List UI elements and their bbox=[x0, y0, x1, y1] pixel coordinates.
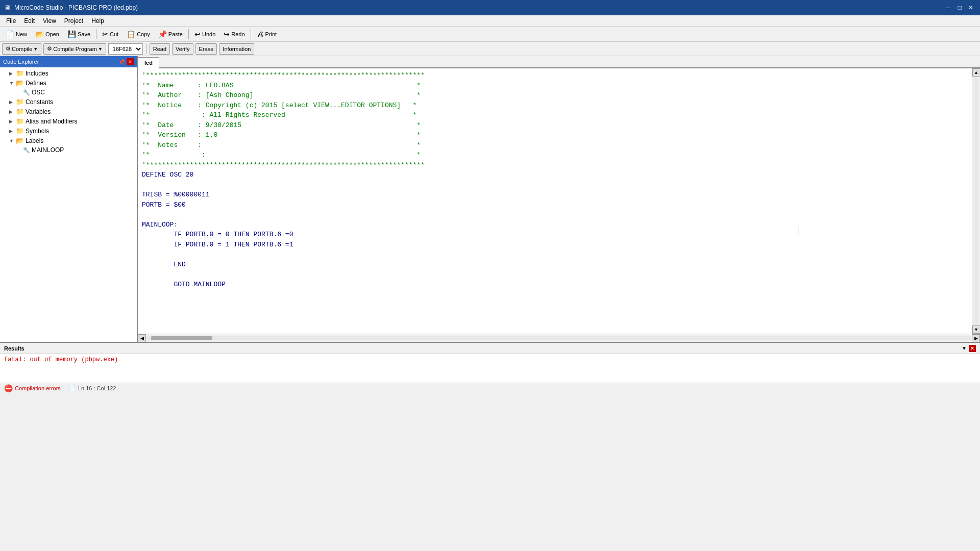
editor-line: '* Name : LED.BAS * bbox=[142, 81, 968, 91]
cut-icon: ✂ bbox=[102, 30, 108, 38]
information-label: Information bbox=[223, 46, 251, 52]
hscroll-track[interactable] bbox=[146, 336, 972, 340]
alias-folder-icon: 📁 bbox=[16, 117, 24, 125]
alias-expand: ▶ bbox=[9, 119, 14, 124]
undo-button[interactable]: ↩ Undo bbox=[191, 28, 219, 40]
print-button[interactable]: 🖨 Print bbox=[253, 28, 281, 40]
editor-line: PORTB = $00 bbox=[142, 200, 968, 210]
tree-item-labels[interactable]: ▼ 📂 Labels bbox=[0, 136, 137, 145]
undo-icon: ↩ bbox=[194, 30, 201, 38]
menu-file[interactable]: File bbox=[2, 15, 20, 26]
tree-item-symbols[interactable]: ▶ 📁 Symbols bbox=[0, 126, 137, 136]
redo-icon: ↪ bbox=[224, 30, 230, 38]
read-label: Read bbox=[153, 46, 166, 52]
tree-item-includes[interactable]: ▶ 📁 Includes bbox=[0, 68, 137, 78]
code-explorer-close-button[interactable]: ✕ bbox=[127, 58, 134, 65]
compile-program-icon: ⚙ bbox=[47, 45, 52, 52]
editor-content[interactable]: '***************************************… bbox=[138, 68, 972, 334]
editor-line: '* Author : [Ash Choong] * bbox=[142, 90, 968, 101]
menu-help[interactable]: Help bbox=[87, 15, 108, 26]
includes-label: Includes bbox=[26, 70, 48, 77]
compile-button[interactable]: ⚙ Compile ▼ bbox=[2, 43, 41, 55]
results-header-right: ▼ ✕ bbox=[962, 345, 976, 352]
new-button[interactable]: 📄 New bbox=[2, 28, 31, 40]
print-icon: 🖨 bbox=[257, 30, 264, 38]
scroll-right-button[interactable]: ▶ bbox=[972, 334, 980, 342]
results-content: fatal: out of memory (pbpw.exe) bbox=[0, 354, 980, 383]
separator1 bbox=[96, 29, 96, 39]
scroll-up-button[interactable]: ▲ bbox=[972, 68, 981, 77]
menu-view[interactable]: View bbox=[39, 15, 60, 26]
scroll-left-button[interactable]: ◀ bbox=[138, 334, 146, 342]
scroll-track[interactable] bbox=[974, 78, 978, 324]
results-error-text: fatal: out of memory (pbpw.exe) bbox=[4, 356, 118, 363]
editor-line: '* : * bbox=[142, 150, 968, 160]
tree-item-variables[interactable]: ▶ 📁 Variables bbox=[0, 107, 137, 116]
app-icon: 🖥 bbox=[4, 4, 11, 12]
copy-button[interactable]: 📋 Copy bbox=[123, 28, 154, 40]
undo-label: Undo bbox=[202, 31, 215, 37]
maximize-button[interactable]: □ bbox=[954, 3, 965, 13]
tab-bar: led bbox=[138, 56, 980, 68]
osc-label: OSC bbox=[32, 89, 45, 96]
verify-label: Verify bbox=[176, 46, 190, 52]
tree-item-alias[interactable]: ▶ 📁 Alias and Modifiers bbox=[0, 116, 137, 126]
defines-folder-icon: 📂 bbox=[16, 79, 24, 87]
menu-bar: File Edit View Project Help bbox=[0, 15, 980, 27]
copy-label: Copy bbox=[137, 31, 150, 37]
position-icon: 📄 bbox=[69, 385, 76, 391]
title-bar-left: 🖥 MicroCode Studio - PICBASIC PRO (led.p… bbox=[4, 4, 138, 12]
results-header: Results ▼ ✕ bbox=[0, 343, 980, 354]
hscroll-thumb[interactable] bbox=[151, 336, 212, 340]
verify-button[interactable]: Verify bbox=[172, 43, 193, 55]
cut-button[interactable]: ✂ Cut bbox=[99, 28, 122, 40]
separator4 bbox=[146, 44, 146, 54]
scroll-down-button[interactable]: ▼ bbox=[972, 325, 981, 334]
editor-line: '* Notes : * bbox=[142, 140, 968, 151]
mainloop-item-icon: 🔧 bbox=[23, 147, 30, 154]
close-button[interactable]: ✕ bbox=[966, 3, 976, 13]
results-title: Results bbox=[4, 345, 24, 352]
results-close-button[interactable]: ✕ bbox=[969, 345, 976, 352]
open-button[interactable]: 📂 Open bbox=[32, 28, 63, 40]
separator3 bbox=[251, 29, 251, 39]
tree-item-mainloop[interactable]: 🔧 MAINLOOP bbox=[0, 145, 137, 155]
vertical-scrollbar[interactable]: ▲ ▼ bbox=[972, 68, 980, 334]
minimize-button[interactable]: ─ bbox=[943, 3, 953, 13]
tree-item-constants[interactable]: ▶ 📁 Constants bbox=[0, 97, 137, 107]
tree-panel: ▶ 📁 Includes ▼ 📂 Defines 🔧 OSC ▶ 📁 Const… bbox=[0, 67, 137, 342]
editor-line: '* Version : 1.0 * bbox=[142, 130, 968, 140]
constants-label: Constants bbox=[26, 98, 53, 106]
tab-led[interactable]: led bbox=[138, 57, 159, 68]
information-button[interactable]: Information bbox=[219, 43, 254, 55]
editor-line: IF PORTB.0 = 0 THEN PORTB.6 =0 bbox=[142, 230, 968, 240]
code-explorer-header: Code Explorer 📌 ✕ bbox=[0, 56, 137, 67]
print-label: Print bbox=[265, 31, 277, 37]
compile-program-button[interactable]: ⚙ Compile Program ▼ bbox=[43, 43, 106, 55]
read-button[interactable]: Read bbox=[150, 43, 170, 55]
open-label: Open bbox=[45, 31, 59, 37]
editor-line bbox=[142, 249, 968, 260]
code-explorer-title: Code Explorer bbox=[3, 59, 39, 65]
tree-item-defines[interactable]: ▼ 📂 Defines bbox=[0, 78, 137, 88]
editor-line: '***************************************… bbox=[142, 70, 968, 81]
toolbar2: ⚙ Compile ▼ ⚙ Compile Program ▼ 16F628 R… bbox=[0, 42, 980, 56]
copy-icon: 📋 bbox=[127, 30, 135, 38]
defines-label: Defines bbox=[26, 80, 46, 87]
menu-project[interactable]: Project bbox=[60, 15, 87, 26]
chip-selector[interactable]: 16F628 bbox=[108, 43, 143, 55]
status-bar: ⛔ Compilation errors 📄 Ln 16 : Col 122 bbox=[0, 383, 980, 393]
title-bar-controls: ─ □ ✕ bbox=[943, 3, 976, 13]
compile-dropdown-arrow: ▼ bbox=[33, 46, 38, 52]
results-dropdown-arrow[interactable]: ▼ bbox=[962, 345, 967, 351]
horizontal-scrollbar[interactable]: ◀ ▶ bbox=[138, 334, 980, 342]
paste-button[interactable]: 📌 Paste bbox=[155, 28, 186, 40]
position-label: Ln 16 : Col 122 bbox=[78, 385, 116, 391]
editor-area: led '***********************************… bbox=[138, 56, 980, 342]
menu-edit[interactable]: Edit bbox=[20, 15, 39, 26]
compile-program-dropdown-arrow: ▼ bbox=[98, 46, 103, 52]
tree-item-osc[interactable]: 🔧 OSC bbox=[0, 88, 137, 97]
erase-button[interactable]: Erase bbox=[195, 43, 217, 55]
redo-button[interactable]: ↪ Redo bbox=[220, 28, 248, 40]
save-button[interactable]: 💾 Save bbox=[64, 28, 94, 40]
